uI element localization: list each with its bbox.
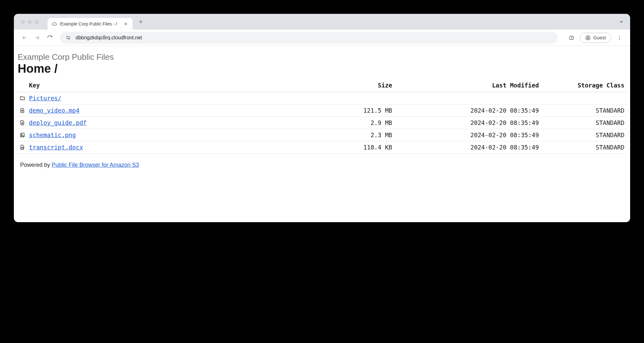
file-modified: 2024-02-20 08:35:49 xyxy=(395,129,542,141)
breadcrumb: Home / xyxy=(15,62,629,80)
file-size: 2.3 MB xyxy=(310,129,395,141)
forward-button[interactable] xyxy=(32,33,42,43)
table-header-row: Key Size Last Modified Storage Class xyxy=(16,80,628,92)
file-storage-class xyxy=(542,92,628,104)
tab-close-button[interactable] xyxy=(123,21,128,26)
file-modified: 2024-02-20 08:35:49 xyxy=(395,104,542,117)
new-tab-button[interactable] xyxy=(137,18,145,25)
image-file-icon xyxy=(20,132,25,138)
svg-point-5 xyxy=(619,36,620,37)
header-storage: Storage Class xyxy=(542,80,628,92)
close-window-button[interactable] xyxy=(21,20,25,24)
svg-point-0 xyxy=(67,36,68,37)
file-link[interactable]: schematic.png xyxy=(29,132,76,138)
page-content: Example Corp Public Files Home / Key Siz… xyxy=(14,46,630,222)
reload-button[interactable] xyxy=(45,33,55,43)
file-link[interactable]: deploy_guide.pdf xyxy=(29,119,87,126)
file-storage-class: STANDARD xyxy=(542,129,628,141)
file-modified: 2024-02-20 08:35:49 xyxy=(395,117,542,129)
browser-window: Example Corp Public Files - / xyxy=(14,14,630,222)
profile-label: Guest xyxy=(593,35,606,40)
word-file-icon xyxy=(20,144,25,150)
file-storage-class: STANDARD xyxy=(542,117,628,129)
file-link[interactable]: Pictures/ xyxy=(29,95,61,102)
maximize-window-button[interactable] xyxy=(35,20,39,24)
svg-point-8 xyxy=(22,122,23,123)
svg-point-4 xyxy=(587,37,589,38)
menu-button[interactable] xyxy=(614,33,624,43)
site-settings-icon[interactable] xyxy=(66,35,71,41)
tab-title: Example Corp Public Files - / xyxy=(60,21,120,26)
url-text: dbbngzkdqc8rq.cloudfront.net xyxy=(76,35,142,41)
browser-toolbar: dbbngzkdqc8rq.cloudfront.net Guest xyxy=(14,30,630,46)
footer-link[interactable]: Public File Browser for Amazon S3 xyxy=(52,162,139,168)
footer-prefix: Powered by xyxy=(20,162,52,168)
header-size: Size xyxy=(310,80,395,92)
header-modified: Last Modified xyxy=(395,80,542,92)
address-bar[interactable]: dbbngzkdqc8rq.cloudfront.net xyxy=(60,32,558,44)
file-size xyxy=(310,92,395,104)
file-table: Key Size Last Modified Storage Class Pic… xyxy=(16,80,628,154)
profile-avatar-icon xyxy=(585,35,591,41)
tab-strip: Example Corp Public Files - / xyxy=(14,14,630,30)
video-file-icon xyxy=(20,108,25,113)
svg-point-1 xyxy=(69,38,70,39)
minimize-window-button[interactable] xyxy=(28,20,32,24)
back-button[interactable] xyxy=(20,33,30,43)
file-link[interactable]: transcript.docx xyxy=(29,144,83,151)
profile-button[interactable]: Guest xyxy=(580,33,611,43)
svg-point-7 xyxy=(619,39,620,40)
window-controls xyxy=(21,20,39,24)
file-storage-class: STANDARD xyxy=(542,104,628,117)
pdf-file-icon xyxy=(20,120,25,126)
file-size: 2.9 MB xyxy=(310,117,395,129)
footer: Powered by Public File Browser for Amazo… xyxy=(15,154,629,177)
table-row: Pictures/ xyxy=(16,92,628,104)
file-size: 121.5 MB xyxy=(310,104,395,117)
file-modified xyxy=(395,92,542,104)
tab-search-button[interactable] xyxy=(616,18,626,25)
header-key: Key xyxy=(16,80,310,92)
table-row: schematic.png2.3 MB2024-02-20 08:35:49ST… xyxy=(16,129,628,141)
table-row: demo_video.mp4121.5 MB2024-02-20 08:35:4… xyxy=(16,104,628,117)
table-row: deploy_guide.pdf2.9 MB2024-02-20 08:35:4… xyxy=(16,117,628,129)
browser-tab[interactable]: Example Corp Public Files - / xyxy=(48,18,133,30)
file-modified: 2024-02-20 08:35:49 xyxy=(395,141,542,154)
folder-file-icon xyxy=(20,95,25,101)
side-panel-button[interactable] xyxy=(566,33,577,43)
svg-point-10 xyxy=(21,134,22,135)
svg-point-6 xyxy=(619,37,620,38)
page-subtitle: Example Corp Public Files xyxy=(15,51,629,62)
table-row: transcript.docx118.4 KB2024-02-20 08:35:… xyxy=(16,141,628,154)
file-size: 118.4 KB xyxy=(310,141,395,154)
file-link[interactable]: demo_video.mp4 xyxy=(29,107,79,114)
cloud-favicon-icon xyxy=(52,21,57,26)
file-storage-class: STANDARD xyxy=(542,141,628,154)
